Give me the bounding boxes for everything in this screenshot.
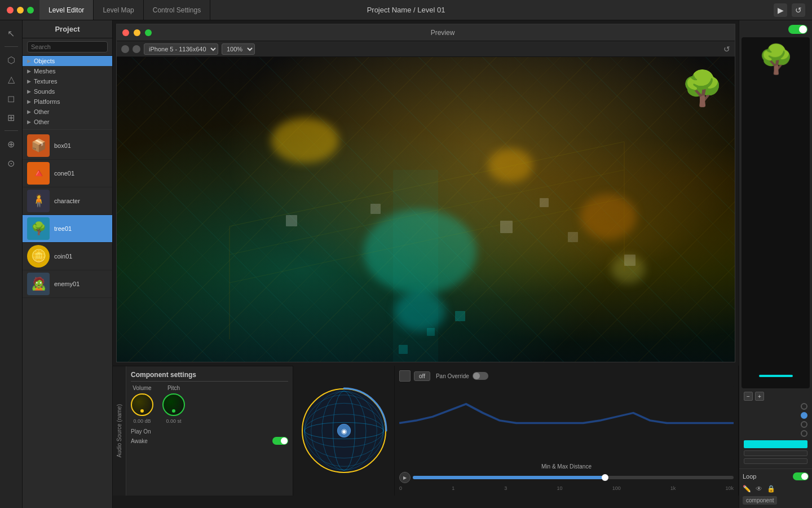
tab-level-map[interactable]: Level Map xyxy=(94,0,143,20)
svg-rect-14 xyxy=(399,345,408,354)
refresh-icon[interactable]: ↺ xyxy=(723,45,730,54)
tab-control-settings[interactable]: Control Settings xyxy=(144,0,210,20)
preview-content[interactable]: 🌳 xyxy=(117,57,735,362)
tree-label: Sounds xyxy=(34,88,108,95)
minimize-button[interactable] xyxy=(17,7,24,14)
toggle-knob xyxy=(281,437,288,444)
svg-rect-6 xyxy=(286,215,297,226)
radio-option-4[interactable] xyxy=(801,430,807,437)
asset-character[interactable]: 🧍 character xyxy=(23,187,112,215)
edit-pencil-icon[interactable]: ✏️ xyxy=(743,485,751,493)
audio-play-button[interactable]: ▶ xyxy=(399,472,411,483)
globe-arc-svg xyxy=(299,386,389,476)
comp-settings-title: Component settings xyxy=(131,371,288,382)
asset-thumb-enemy01: 🧟 xyxy=(27,273,50,295)
component-settings-area: Audio Source (name) Component settings V… xyxy=(113,366,293,496)
tab-level-editor[interactable]: Level Editor xyxy=(39,0,94,20)
loop-toggle-knob xyxy=(801,473,808,480)
asset-enemy01[interactable]: 🧟 enemy01 xyxy=(23,270,112,298)
device-select[interactable]: iPhone 5 - 1136x640 xyxy=(144,43,218,55)
toolbar-cursor[interactable]: ↖ xyxy=(3,25,20,42)
toolbar-square[interactable]: ◻ xyxy=(3,90,20,107)
volume-knob[interactable] xyxy=(131,393,153,416)
asset-cone01[interactable]: 🔺 cone01 xyxy=(23,160,112,187)
asset-list: 📦 box01 🔺 cone01 🧍 character 🌳 xyxy=(23,132,112,508)
radio-row-2 xyxy=(744,412,807,419)
asset-thumb-box01: 📦 xyxy=(27,134,50,157)
edit-icons-row: ✏️ 👁 🔒 xyxy=(743,485,809,493)
toolbar-triangle[interactable]: △ xyxy=(3,71,20,87)
asset-tree01[interactable]: 🌳 tree01 xyxy=(23,215,112,243)
mark-1k: 1k xyxy=(670,485,676,491)
preview-fullscreen[interactable] xyxy=(145,29,152,36)
tree-meshes[interactable]: ▶ Meshes xyxy=(23,66,112,76)
tree-arrow: ▶ xyxy=(27,58,34,64)
toolbar-sep-2 xyxy=(5,130,18,131)
panel-search-area xyxy=(23,38,112,56)
tree-label: Platforms xyxy=(34,98,108,105)
pan-override-toggle[interactable] xyxy=(473,372,488,380)
right-bottom-panel: Loop ✏️ 👁 🔒 component xyxy=(739,468,812,508)
loop-label: Loop xyxy=(743,473,756,480)
off-button[interactable]: off xyxy=(414,371,430,381)
right-scene-view: 🌳 xyxy=(742,37,810,388)
top-toggle-row xyxy=(742,23,810,36)
lock-icon[interactable]: 🔒 xyxy=(767,485,775,493)
toolbar-plus-circle[interactable]: ⊕ xyxy=(3,135,20,152)
play-button[interactable]: ▶ xyxy=(774,3,787,17)
right-controls: − + xyxy=(742,389,810,466)
search-input[interactable] xyxy=(27,41,108,52)
top-toggle-knob xyxy=(799,25,807,33)
tree-textures[interactable]: ▶ Textures xyxy=(23,76,112,86)
distance-slider-track[interactable] xyxy=(413,476,734,479)
zoom-select[interactable]: 100% xyxy=(222,43,255,55)
preview-toolbar: iPhone 5 - 1136x640 100% ↺ xyxy=(117,41,735,57)
loop-toggle[interactable] xyxy=(793,472,809,480)
preview-close[interactable] xyxy=(122,29,129,36)
toolbar-grid[interactable]: ⊞ xyxy=(3,109,20,126)
radio-option-2[interactable] xyxy=(801,412,807,419)
asset-thumb-tree01: 🌳 xyxy=(27,217,50,240)
fullscreen-button[interactable] xyxy=(27,7,34,14)
asset-box01[interactable]: 📦 box01 xyxy=(23,132,112,160)
title-right-buttons: ▶ ↺ xyxy=(774,3,812,17)
volume-label: Volume xyxy=(133,385,151,391)
title-bar: Level Editor Level Map Control Settings … xyxy=(0,0,812,20)
distance-slider-thumb[interactable] xyxy=(602,474,608,481)
radio-option-1[interactable] xyxy=(801,403,807,410)
preview-minimize[interactable] xyxy=(134,29,140,36)
minus-button[interactable]: − xyxy=(744,392,753,401)
toolbar-hexagon[interactable]: ⬡ xyxy=(3,51,20,68)
panel-header: Project xyxy=(23,20,112,38)
gray-bar-1 xyxy=(744,450,807,456)
tree-preview: 🌳 xyxy=(681,68,723,108)
top-toggle-switch[interactable] xyxy=(788,25,807,34)
asset-name-cone01: cone01 xyxy=(54,170,74,177)
audio-source-label: Audio Source (name) xyxy=(114,402,125,460)
mark-0: 0 xyxy=(399,485,402,491)
eye-icon[interactable]: 👁 xyxy=(756,485,762,493)
mark-10k: 10k xyxy=(725,485,734,491)
toolbar-globe[interactable]: ⊙ xyxy=(3,155,20,172)
3d-scene[interactable]: 🌳 xyxy=(117,57,735,362)
radio-row-4 xyxy=(744,430,807,437)
plus-button[interactable]: + xyxy=(755,392,764,401)
awake-toggle[interactable] xyxy=(272,437,288,445)
tree-sounds[interactable]: ▶ Sounds xyxy=(23,86,112,97)
tree-other-1[interactable]: ▶ Other xyxy=(23,107,112,117)
tree-platforms[interactable]: ▶ Platforms xyxy=(23,97,112,107)
asset-name-coin01: coin01 xyxy=(54,253,72,260)
play-on-label: Play On xyxy=(131,428,151,435)
radio-option-3[interactable] xyxy=(801,421,807,428)
mark-3: 3 xyxy=(504,485,507,491)
tree-arrow: ▶ xyxy=(27,78,34,84)
asset-coin01[interactable]: 🪙 coin01 xyxy=(23,243,112,270)
refresh-button[interactable]: ↺ xyxy=(792,3,805,17)
tree-objects[interactable]: ▶ Objects xyxy=(23,56,112,66)
asset-name-enemy01: enemy01 xyxy=(54,281,80,287)
asset-name-character: character xyxy=(54,198,80,204)
tree-other-2[interactable]: ▶ Other xyxy=(23,117,112,127)
close-button[interactable] xyxy=(7,7,14,14)
pitch-knob[interactable] xyxy=(162,393,185,416)
waveform-footer: Min & Max Distance ▶ 0 1 3 xyxy=(399,463,734,491)
